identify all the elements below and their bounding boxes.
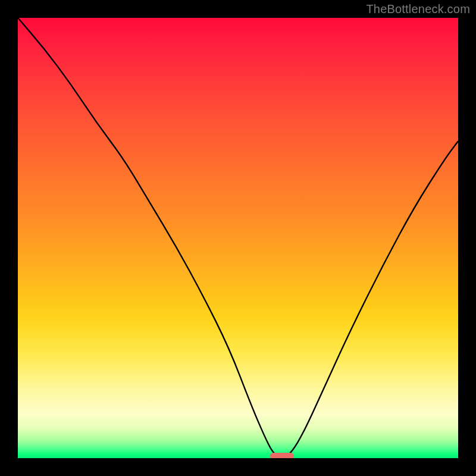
minimum-marker [270, 453, 294, 458]
plot-area [18, 18, 458, 458]
watermark-text: TheBottleneck.com [366, 2, 470, 16]
curve-layer [18, 18, 458, 458]
chart-frame: TheBottleneck.com [0, 0, 476, 476]
bottleneck-curve [18, 18, 458, 457]
